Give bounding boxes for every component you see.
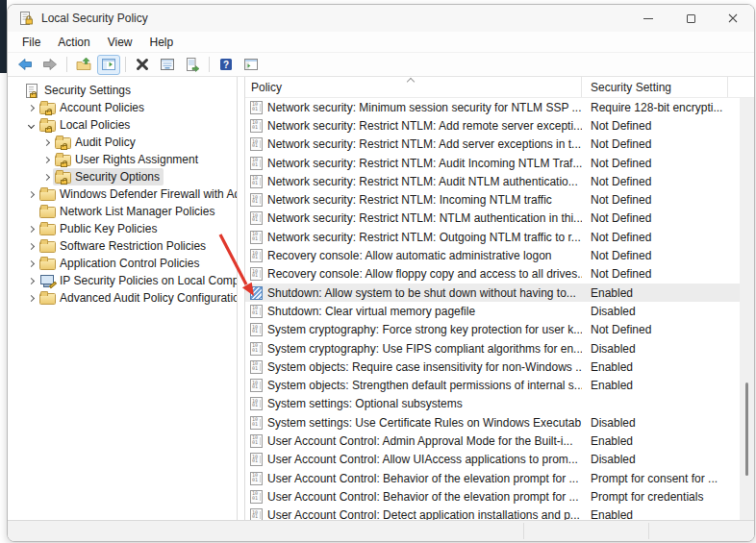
- help-button[interactable]: ?: [214, 55, 238, 75]
- tree-node[interactable]: Network List Manager Policies: [38, 203, 218, 220]
- expand-chevron-icon[interactable]: [25, 102, 38, 114]
- menu-help[interactable]: Help: [141, 34, 183, 51]
- expand-chevron-icon[interactable]: [25, 223, 38, 235]
- forward-button[interactable]: [38, 55, 62, 75]
- pane-splitter[interactable]: [238, 77, 244, 520]
- policy-row[interactable]: System objects: Require case insensitivi…: [245, 358, 754, 376]
- tree-item-user-rights-assignment[interactable]: User Rights Assignment: [8, 151, 237, 168]
- policy-row[interactable]: System settings: Optional subsystems: [245, 395, 754, 413]
- tree-item-account-policies[interactable]: Account Policies: [8, 99, 237, 116]
- menu-view[interactable]: View: [99, 34, 141, 51]
- vertical-scrollbar[interactable]: [740, 98, 754, 520]
- policy-row[interactable]: User Account Control: Behavior of the el…: [245, 469, 754, 487]
- delete-button[interactable]: [131, 55, 154, 75]
- tree-node[interactable]: IP Security Policies on Local Compute: [38, 272, 238, 289]
- minimize-button[interactable]: [627, 5, 669, 32]
- back-button[interactable]: [13, 55, 37, 75]
- policy-document-icon: [250, 157, 263, 170]
- tree-item-label: Audit Policy: [75, 136, 136, 149]
- tree-node[interactable]: Security Settings: [22, 82, 135, 99]
- policy-row[interactable]: System objects: Strengthen default permi…: [245, 376, 754, 394]
- tree-item-security-options[interactable]: Security Options: [8, 168, 237, 185]
- policy-row[interactable]: User Account Control: Admin Approval Mod…: [245, 432, 754, 450]
- policy-row[interactable]: Network security: Restrict NTLM: NTLM au…: [245, 210, 754, 228]
- expand-chevron-icon[interactable]: [40, 154, 53, 166]
- policy-row[interactable]: Network security: Restrict NTLM: Add ser…: [245, 136, 754, 154]
- policy-row[interactable]: Network security: Restrict NTLM: Audit I…: [245, 154, 754, 172]
- close-button[interactable]: [712, 5, 754, 32]
- expand-chevron-icon[interactable]: [25, 275, 38, 287]
- menu-file[interactable]: File: [13, 34, 49, 51]
- list-header: Policy Security Setting: [245, 77, 754, 98]
- lock-badge-icon: [30, 93, 37, 99]
- scrollbar-thumb[interactable]: [745, 383, 748, 476]
- tree-item-windows-defender-firewall-with-adva[interactable]: Windows Defender Firewall with Adva: [8, 185, 237, 203]
- tree-node[interactable]: Audit Policy: [53, 134, 139, 151]
- expand-chevron-icon[interactable]: [25, 119, 38, 132]
- folder-icon: [39, 205, 56, 218]
- tree-item-label: Software Restriction Policies: [60, 239, 206, 253]
- policy-setting: Disabled: [582, 416, 754, 430]
- policy-row[interactable]: Network security: Restrict NTLM: Outgoin…: [245, 228, 754, 246]
- tree-node[interactable]: Public Key Policies: [38, 220, 161, 237]
- up-one-level-button[interactable]: [72, 55, 95, 75]
- tree-item-local-policies[interactable]: Local Policies: [8, 116, 237, 134]
- expand-chevron-icon[interactable]: [25, 292, 38, 305]
- tree-node[interactable]: Advanced Audit Policy Configuration: [38, 289, 238, 307]
- folder-lock-icon: [39, 118, 56, 132]
- tree-item-network-list-manager-policies[interactable]: Network List Manager Policies: [8, 203, 237, 220]
- maximize-button[interactable]: [669, 5, 712, 32]
- policy-row[interactable]: Shutdown: Clear virtual memory pagefileD…: [245, 302, 754, 320]
- tree-node[interactable]: User Rights Assignment: [53, 151, 202, 168]
- window-title: Local Security Policy: [41, 12, 148, 25]
- tree-item-audit-policy[interactable]: Audit Policy: [8, 134, 237, 151]
- expand-chevron-icon[interactable]: [40, 136, 53, 149]
- tree-item-ip-security-policies-on-local-compute[interactable]: IP Security Policies on Local Compute: [8, 272, 237, 289]
- tree-node[interactable]: Software Restriction Policies: [38, 237, 210, 255]
- policy-document-icon: [250, 211, 263, 225]
- tree-item-software-restriction-policies[interactable]: Software Restriction Policies: [8, 237, 237, 255]
- policy-document-icon: [250, 267, 263, 281]
- policy-row[interactable]: Network security: Restrict NTLM: Incomin…: [245, 190, 754, 209]
- policy-row[interactable]: Network security: Restrict NTLM: Add rem…: [245, 116, 754, 135]
- expand-chevron-icon[interactable]: [25, 188, 38, 201]
- show-console-tree-button[interactable]: [97, 55, 120, 75]
- tree-node[interactable]: Account Policies: [38, 99, 148, 116]
- expand-chevron-icon[interactable]: [25, 240, 38, 253]
- policy-row[interactable]: Recovery console: Allow automatic admini…: [245, 246, 754, 264]
- policy-row[interactable]: User Account Control: Behavior of the el…: [245, 487, 754, 506]
- policy-row[interactable]: System cryptography: Use FIPS compliant …: [245, 339, 754, 358]
- policy-row[interactable]: User Account Control: Allow UIAccess app…: [245, 451, 754, 469]
- policy-row[interactable]: Network security: Minimum session securi…: [245, 98, 754, 116]
- policy-row[interactable]: System cryptography: Force strong key pr…: [245, 321, 754, 339]
- menu-action[interactable]: Action: [49, 34, 98, 51]
- expand-chevron-icon[interactable]: [25, 258, 38, 270]
- policy-document-icon: [250, 490, 263, 504]
- tree-item-security-settings[interactable]: Security Settings: [8, 82, 237, 99]
- tree-item-advanced-audit-policy-configuration[interactable]: Advanced Audit Policy Configuration: [8, 289, 237, 307]
- maximize-icon: [687, 14, 695, 23]
- tree-node[interactable]: Security Options: [53, 168, 164, 185]
- tree-item-public-key-policies[interactable]: Public Key Policies: [8, 220, 237, 237]
- policy-name: System cryptography: Force strong key pr…: [267, 323, 582, 336]
- tree-node[interactable]: Windows Defender Firewall with Adva: [38, 185, 238, 203]
- new-window-button[interactable]: [239, 55, 263, 75]
- policy-row[interactable]: Shutdown: Allow system to be shut down w…: [245, 284, 754, 302]
- tree-item-application-control-policies[interactable]: Application Control Policies: [8, 255, 237, 272]
- properties-button[interactable]: [156, 55, 179, 75]
- tree-node[interactable]: Application Control Policies: [38, 255, 203, 272]
- policy-row[interactable]: Network security: Restrict NTLM: Audit N…: [245, 172, 754, 190]
- policy-row[interactable]: System settings: Use Certificate Rules o…: [245, 413, 754, 432]
- column-header-security-setting[interactable]: Security Setting: [582, 77, 728, 97]
- tree-node[interactable]: Local Policies: [38, 116, 134, 134]
- policy-setting: Disabled: [582, 453, 754, 466]
- column-header-policy[interactable]: Policy: [245, 77, 582, 97]
- local-security-policy-window: Local Security Policy File Action View H…: [7, 4, 755, 542]
- policy-name: Network security: Restrict NTLM: Add ser…: [267, 137, 582, 151]
- expand-chevron-icon[interactable]: [40, 171, 53, 184]
- policy-name: User Account Control: Behavior of the el…: [267, 490, 582, 504]
- export-list-button[interactable]: [181, 55, 204, 75]
- policy-row[interactable]: User Account Control: Detect application…: [245, 506, 754, 520]
- policy-name: User Account Control: Admin Approval Mod…: [267, 434, 582, 448]
- policy-row[interactable]: Recovery console: Allow floppy copy and …: [245, 265, 754, 284]
